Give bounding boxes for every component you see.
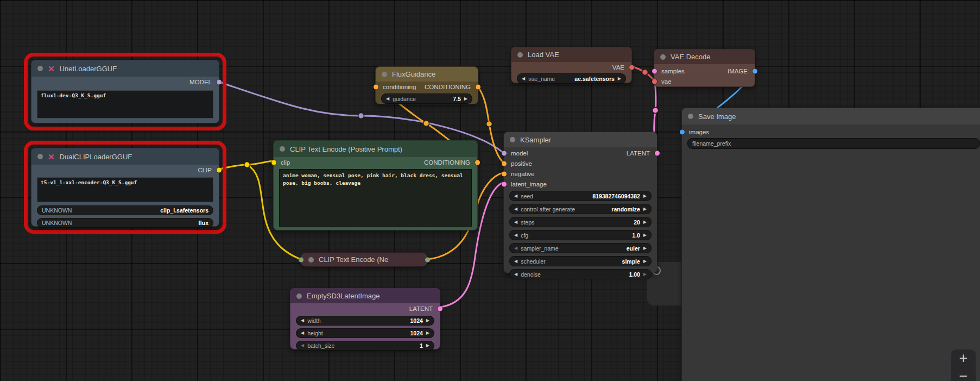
increment-arrow-icon[interactable]: ▶	[618, 77, 621, 81]
increment-arrow-icon[interactable]: ▶	[426, 318, 429, 323]
collapse-dot[interactable]	[660, 54, 666, 60]
collapse-dot[interactable]	[37, 154, 43, 159]
node-titlebar[interactable]: EmptySD3LatentImage	[290, 289, 440, 303]
reroute-dot-clip[interactable]	[244, 162, 250, 168]
reroute-dot-conditioning-a[interactable]	[423, 121, 429, 127]
increment-arrow-icon[interactable]: ▶	[643, 194, 647, 198]
collapse-dot[interactable]	[308, 257, 314, 263]
increment-arrow-icon[interactable]: ▶	[643, 259, 647, 264]
node-ksampler[interactable]: KSampler model LATENT positive negative …	[503, 132, 657, 273]
clip-name-widget[interactable]: t5-v1_1-xxl-encoder-Q3_K_S.gguf	[37, 177, 213, 202]
input-slot-model[interactable]	[502, 151, 507, 155]
widget-clip-l[interactable]: UNKNOWN clip_l.safetensors	[37, 205, 213, 215]
node-clip-text-encode-positive[interactable]: CLIP Text Encode (Positive Prompt) clip …	[273, 140, 478, 230]
collapse-dot[interactable]	[382, 72, 387, 77]
input-slot-latent-image[interactable]	[502, 182, 507, 186]
node-titlebar[interactable]: VAE Decode	[654, 49, 755, 64]
node-fluxguidance[interactable]: FluxGuidance conditioning CONDITIONING ◀…	[375, 66, 478, 104]
node-titlebar[interactable]: CLIP Text Encode (Positive Prompt)	[274, 141, 477, 157]
node-dualcliploadergguf[interactable]: ✕ DualCLIPLoaderGGUF CLIP t5-v1_1-xxl-en…	[31, 148, 219, 227]
collapsed-input-slot[interactable]	[299, 257, 304, 262]
decrement-arrow-icon[interactable]: ◀	[514, 220, 517, 224]
reroute-dot-vae[interactable]	[642, 70, 648, 76]
widget-sampler-name[interactable]: ◀ sampler_name euler ▶	[509, 243, 652, 253]
widget-denoise[interactable]: ◀ denoise 1.00 ▶	[509, 269, 652, 279]
input-slot-positive[interactable]	[502, 161, 507, 166]
widget-seed[interactable]: ◀ seed 819382746094382 ▶	[509, 191, 652, 201]
increment-arrow-icon[interactable]: ▶	[643, 207, 647, 211]
unet-name-widget[interactable]: flux1-dev-Q3_K_S.gguf	[37, 90, 213, 118]
widget-vae-name[interactable]: ◀ vae_name ae.safetensors ▶	[517, 73, 626, 84]
node-save-image[interactable]: Save Image images filename_prefix	[681, 108, 980, 381]
widget-steps[interactable]: ◀ steps 20 ▶	[509, 217, 652, 227]
collapse-dot[interactable]	[280, 146, 285, 152]
widget-batch-size[interactable]: ◀ batch_size 1 ▶	[296, 341, 434, 351]
output-slot-latent[interactable]	[438, 306, 442, 311]
decrement-arrow-icon[interactable]: ◀	[301, 343, 304, 348]
node-titlebar[interactable]: Load VAE	[511, 47, 631, 62]
input-slot-vae[interactable]	[652, 79, 657, 84]
output-label-latent: LATENT	[409, 305, 433, 312]
widget-type[interactable]: UNKNOWN flux	[37, 218, 213, 228]
decrement-arrow-icon[interactable]: ◀	[386, 97, 389, 101]
zoom-out-button[interactable]: −	[951, 367, 976, 381]
widget-filename-prefix[interactable]: filename_prefix	[687, 138, 980, 149]
reroute-dot-conditioning-b[interactable]	[486, 121, 492, 127]
collapse-dot[interactable]	[688, 114, 693, 119]
output-slot-latent[interactable]	[655, 151, 660, 155]
node-titlebar[interactable]: ✕ UnetLoaderGGUF	[31, 60, 219, 77]
collapse-dot[interactable]	[37, 66, 43, 71]
decrement-arrow-icon[interactable]: ◀	[514, 194, 517, 198]
input-slot-samples[interactable]	[652, 68, 657, 73]
decrement-arrow-icon[interactable]: ◀	[514, 246, 517, 251]
increment-arrow-icon[interactable]: ▶	[643, 233, 647, 238]
decrement-arrow-icon[interactable]: ◀	[301, 318, 304, 323]
widget-control-after-generate[interactable]: ◀ control after generate randomize ▶	[509, 204, 652, 214]
input-slot-negative[interactable]	[502, 171, 507, 176]
output-slot-image[interactable]	[753, 68, 757, 73]
node-titlebar[interactable]: ✕ DualCLIPLoaderGGUF	[31, 148, 219, 165]
decrement-arrow-icon[interactable]: ◀	[514, 259, 517, 264]
node-unetloadergguf[interactable]: ✕ UnetLoaderGGUF MODEL flux1-dev-Q3_K_S.…	[31, 60, 219, 123]
increment-arrow-icon[interactable]: ▶	[426, 343, 429, 348]
increment-arrow-icon[interactable]: ▶	[643, 246, 647, 251]
output-slot-conditioning[interactable]	[476, 84, 480, 89]
node-titlebar[interactable]: FluxGuidance	[376, 67, 478, 82]
decrement-arrow-icon[interactable]: ◀	[301, 331, 304, 335]
collapsed-output-slot[interactable]	[425, 257, 430, 262]
collapse-dot[interactable]	[296, 293, 302, 299]
output-slot-vae[interactable]	[629, 65, 634, 70]
zoom-in-button[interactable]: +	[951, 349, 976, 367]
node-emptysd3latentimage[interactable]: EmptySD3LatentImage LATENT ◀ width 1024 …	[290, 288, 440, 349]
output-slot-conditioning[interactable]	[475, 160, 480, 165]
decrement-arrow-icon[interactable]: ◀	[522, 77, 525, 81]
increment-arrow-icon[interactable]: ▶	[464, 97, 467, 101]
output-slot-clip[interactable]	[217, 167, 222, 172]
increment-arrow-icon[interactable]: ▶	[643, 220, 647, 224]
increment-arrow-icon[interactable]: ▶	[426, 331, 429, 335]
widget-height[interactable]: ◀ height 1024 ▶	[296, 328, 434, 338]
prompt-textarea[interactable]: anime woman, sensual pose, pink hair, bl…	[279, 169, 472, 227]
output-slot-model[interactable]	[217, 79, 222, 84]
decrement-arrow-icon[interactable]: ◀	[514, 233, 517, 238]
widget-scheduler[interactable]: ◀ scheduler simple ▶	[509, 256, 652, 266]
reroute-dot-model[interactable]	[358, 113, 364, 119]
input-slot-clip[interactable]	[271, 160, 276, 165]
collapse-dot[interactable]	[510, 137, 515, 142]
node-load-vae[interactable]: Load VAE VAE ◀ vae_name ae.safetensors ▶	[511, 47, 632, 83]
node-titlebar[interactable]: KSampler	[504, 132, 657, 147]
widget-width[interactable]: ◀ width 1024 ▶	[296, 316, 434, 326]
node-vae-decode[interactable]: VAE Decode samples IMAGE vae	[654, 49, 755, 87]
decrement-arrow-icon[interactable]: ◀	[514, 272, 517, 277]
increment-arrow-icon[interactable]: ▶	[643, 272, 647, 277]
decrement-arrow-icon[interactable]: ◀	[514, 207, 517, 211]
node-clip-text-encode-negative-collapsed[interactable]: CLIP Text Encode (Ne	[300, 252, 428, 267]
reroute-dot-latent[interactable]	[653, 108, 659, 114]
comfyui-canvas[interactable]: { "icons": {"left_arrow": "◀", "right_ar…	[0, 0, 980, 381]
input-slot-images[interactable]	[680, 129, 685, 134]
node-titlebar[interactable]: Save Image	[682, 108, 980, 124]
input-slot-conditioning[interactable]	[374, 84, 378, 89]
widget-cfg[interactable]: ◀ cfg 1.0 ▶	[509, 230, 652, 240]
widget-guidance[interactable]: ◀ guidance 7.5 ▶	[381, 93, 472, 104]
collapse-dot[interactable]	[517, 52, 523, 58]
